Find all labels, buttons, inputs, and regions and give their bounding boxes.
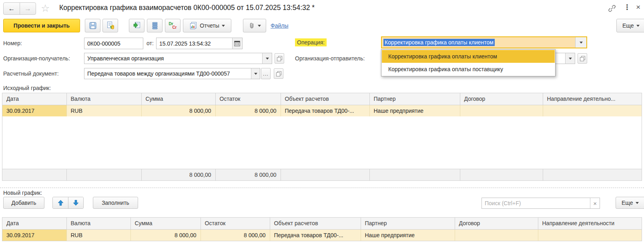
back-button[interactable]: ← [4, 3, 20, 14]
new-schedule-table: Дата Валюта Сумма Остаток Объект расчето… [2, 217, 642, 241]
table-row[interactable]: 30.09.2017 RUB 8 000,00 8 000,00 Передач… [2, 229, 642, 241]
section-splitter[interactable] [0, 188, 644, 188]
source-header-row: Дата Валюта Сумма Остаток Объект расчето… [2, 93, 642, 105]
cell-contract[interactable] [455, 229, 538, 241]
col-header-direction[interactable]: Направление деятельно... [543, 93, 642, 105]
org-sender-dropdown-button[interactable] [565, 53, 575, 64]
org-receiver-combobox[interactable]: Управленческая организация [84, 53, 272, 64]
date-label: от: [146, 40, 154, 46]
totals-empty [66, 169, 141, 180]
col-header-direction[interactable]: Направление деятельности [538, 218, 642, 229]
post-document-button[interactable] [102, 19, 118, 32]
paperclip-icon [248, 22, 255, 29]
source-schedule-table: Дата Валюта Сумма Остаток Объект расчето… [2, 93, 642, 181]
post-document-icon [106, 21, 115, 30]
col-header-date[interactable]: Дата [2, 93, 66, 105]
reports-button[interactable]: Отчеты [183, 19, 231, 32]
open-form-icon [276, 71, 281, 76]
add-row-button[interactable]: Добавить [3, 197, 44, 209]
search-input[interactable] [482, 198, 590, 208]
movements-register-button[interactable] [147, 19, 163, 32]
post-and-close-button[interactable]: Провести и закрыть [3, 19, 80, 32]
totals-empty [460, 169, 543, 180]
settlement-doc-combobox[interactable]: Передача товаров между организациями ТД0… [84, 68, 260, 79]
org-receiver-label: Организация-получатель: [3, 55, 70, 62]
move-down-button[interactable] [68, 197, 83, 208]
cell-remainder[interactable]: 8 000,00 [201, 229, 270, 241]
close-icon[interactable]: × [636, 3, 640, 12]
arrow-up-icon [58, 200, 64, 206]
forward-icon: → [24, 5, 31, 13]
cell-date[interactable]: 30.09.2017 [2, 105, 66, 116]
dropdown-option-client[interactable]: Корректировка графика оплаты клиентом [382, 50, 555, 63]
org-sender-open-button[interactable] [578, 53, 587, 64]
settlement-doc-select-button[interactable]: ... [261, 68, 271, 79]
cell-currency[interactable]: RUB [66, 105, 141, 116]
cell-object[interactable]: Передача товаров ТД00-... [281, 105, 369, 116]
settlement-doc-dropdown-button[interactable] [251, 68, 260, 79]
favorite-star-icon[interactable]: ☆ [41, 2, 50, 14]
totals-empty [281, 169, 369, 180]
debit-credit-button[interactable]: DrCr [165, 19, 181, 32]
fill-button[interactable]: Заполнить [93, 197, 138, 209]
clear-search-icon[interactable]: × [590, 198, 600, 208]
col-header-partner[interactable]: Партнер [369, 93, 460, 105]
cell-currency[interactable]: RUB [66, 229, 130, 241]
operation-dropdown-button[interactable] [575, 37, 586, 48]
number-input[interactable] [84, 38, 143, 49]
col-header-object[interactable]: Объект расчетов [270, 218, 361, 229]
more-button-top[interactable]: Еще [616, 19, 644, 32]
settlement-doc-open-button[interactable] [274, 68, 283, 79]
org-receiver-open-button[interactable] [275, 53, 284, 64]
cell-direction[interactable] [538, 229, 642, 241]
dropdown-option-supplier[interactable]: Корректировка графика оплаты поставщику [382, 63, 555, 76]
cell-amount[interactable]: 8 000,00 [130, 229, 201, 241]
cell-direction[interactable] [543, 105, 642, 116]
kebab-menu-icon[interactable]: ⋮ [624, 3, 631, 12]
totals-remainder: 8 000,00 [215, 169, 281, 180]
col-header-amount[interactable]: Сумма [141, 93, 215, 105]
settlement-doc-value: Передача товаров между организациями ТД0… [84, 68, 251, 79]
new-schedule-label: Новый график: [3, 190, 42, 196]
col-header-currency[interactable]: Валюта [66, 218, 130, 229]
chevron-down-icon [580, 42, 583, 44]
link-icon[interactable] [608, 4, 616, 14]
move-up-button[interactable] [53, 197, 68, 208]
date-input[interactable] [156, 38, 232, 49]
files-link[interactable]: Файлы [271, 22, 288, 29]
chevron-down-icon [222, 25, 225, 27]
attachments-button[interactable] [243, 19, 266, 32]
chevron-down-icon [636, 202, 639, 204]
cell-partner[interactable]: Наше предприятие [369, 105, 460, 116]
forward-button[interactable]: → [20, 3, 36, 14]
col-header-contract[interactable]: Договор [460, 93, 543, 105]
chevron-down-icon [569, 58, 572, 60]
col-header-object[interactable]: Объект расчетов [281, 93, 369, 105]
col-header-contract[interactable]: Договор [455, 218, 538, 229]
dr-cr-icon: DrCr [169, 22, 177, 30]
org-receiver-dropdown-button[interactable] [262, 53, 272, 64]
col-header-remainder[interactable]: Остаток [201, 218, 270, 229]
more-button-label: Еще [622, 200, 633, 206]
table-empty-area [2, 116, 642, 169]
cell-remainder[interactable]: 8 000,00 [215, 105, 281, 116]
col-header-date[interactable]: Дата [2, 218, 66, 229]
save-button[interactable] [85, 19, 100, 32]
cell-amount[interactable]: 8 000,00 [141, 105, 215, 116]
col-header-amount[interactable]: Сумма [130, 218, 201, 229]
col-header-currency[interactable]: Валюта [66, 93, 141, 105]
cell-date[interactable]: 30.09.2017 [2, 229, 66, 241]
col-header-partner[interactable]: Партнер [361, 218, 455, 229]
open-form-icon [580, 56, 585, 61]
copy-movements-button[interactable] [129, 19, 144, 32]
operation-combobox[interactable]: Корректировка графика оплаты клиентом [381, 36, 587, 48]
operation-label: Операция: [295, 38, 327, 46]
more-button-bottom[interactable]: Еще [616, 197, 644, 209]
col-header-remainder[interactable]: Остаток [215, 93, 281, 105]
arrow-down-icon [73, 200, 79, 206]
cell-partner[interactable]: Наше предприятие [361, 229, 455, 241]
calendar-button[interactable] [232, 38, 242, 49]
cell-object[interactable]: Передача товаров ТД00-... [270, 229, 361, 241]
table-row[interactable]: 30.09.2017 RUB 8 000,00 8 000,00 Передач… [2, 105, 642, 116]
cell-contract[interactable] [460, 105, 543, 116]
